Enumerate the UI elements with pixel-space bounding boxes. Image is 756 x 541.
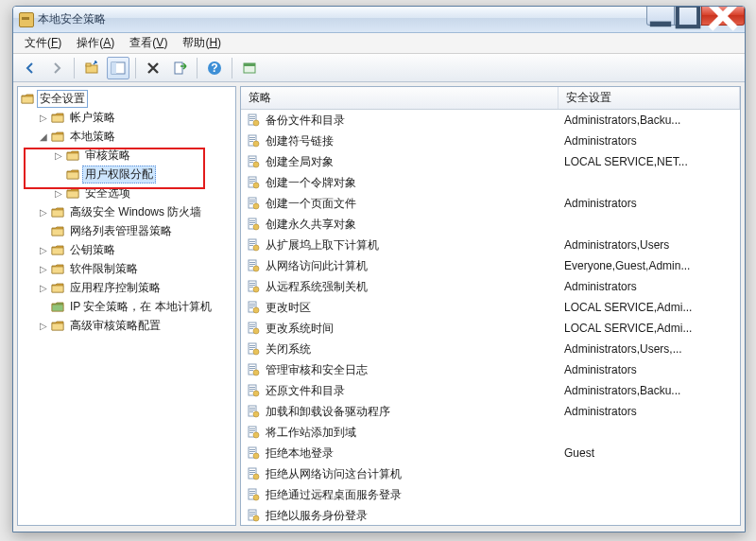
expand-icon[interactable]: ▷	[52, 188, 65, 199]
tree-item[interactable]: ◢本地策略	[18, 127, 235, 146]
tree-pane[interactable]: 安全设置▷帐户策略◢本地策略▷审核策略 用户权限分配▷安全选项▷高级安全 Win…	[17, 86, 236, 526]
svg-rect-62	[249, 266, 253, 267]
expand-icon[interactable]: ▷	[52, 150, 65, 161]
svg-rect-100	[249, 428, 255, 429]
cell-setting: Everyone,Guest,Admin...	[558, 259, 740, 272]
menu-file[interactable]: 文件(F)	[17, 33, 69, 53]
list-header: 策略 安全设置	[241, 87, 740, 110]
list-row[interactable]: 创建永久共享对象	[241, 214, 740, 235]
list-row[interactable]: 将工作站添加到域	[241, 422, 740, 443]
policy-label: 还原文件和目录	[266, 383, 345, 399]
titlebar[interactable]: 本地安全策略	[13, 7, 745, 33]
close-button[interactable]	[701, 7, 745, 26]
svg-rect-6	[175, 62, 182, 74]
help-button[interactable]: ?	[203, 57, 226, 79]
tree-item[interactable]: ▷帐户策略	[18, 108, 235, 127]
cell-policy: 更改系统时间	[241, 321, 558, 337]
expand-icon[interactable]: ◢	[37, 131, 50, 142]
tree-item[interactable]: ▷应用程序控制策略	[18, 278, 235, 297]
policy-icon	[247, 426, 262, 439]
menu-action[interactable]: 操作(A)	[69, 33, 122, 53]
list-row[interactable]: 更改时区LOCAL SERVICE,Admi...	[241, 297, 740, 318]
tree-item[interactable]: ▷安全选项	[18, 183, 235, 202]
menu-view[interactable]: 查看(V)	[122, 33, 175, 53]
tree-item[interactable]: ▷审核策略	[18, 146, 235, 165]
back-button[interactable]	[19, 57, 42, 79]
list-row[interactable]: 拒绝以服务身份登录	[241, 505, 740, 526]
delete-button[interactable]	[142, 57, 164, 79]
svg-rect-86	[249, 368, 255, 369]
svg-point-63	[253, 266, 259, 271]
tree-root[interactable]: 安全设置	[18, 89, 235, 108]
list-row[interactable]: 拒绝通过远程桌面服务登录	[241, 484, 740, 505]
svg-rect-13	[52, 134, 63, 141]
svg-rect-27	[249, 120, 253, 121]
list-pane[interactable]: 策略 安全设置 备份文件和目录Administrators,Backu...创建…	[240, 86, 741, 526]
show-hide-tree-button[interactable]	[107, 57, 129, 79]
expand-icon[interactable]: ▷	[37, 207, 50, 218]
list-row[interactable]: 备份文件和目录Administrators,Backu...	[241, 110, 740, 131]
list-row[interactable]: 创建一个令牌对象	[241, 172, 740, 193]
cell-setting: LOCAL SERVICE,NET...	[558, 155, 740, 168]
cell-policy: 拒绝以服务身份登录	[241, 508, 558, 524]
tree-item-label: 高级安全 Windows 防火墙	[67, 203, 204, 221]
svg-rect-85	[249, 366, 255, 367]
policy-label: 更改时区	[266, 300, 311, 316]
up-button[interactable]	[80, 57, 103, 79]
tree-item[interactable]: ▷公钥策略	[18, 240, 235, 259]
list-row[interactable]: 创建全局对象LOCAL SERVICE,NET...	[241, 151, 740, 172]
svg-point-108	[253, 453, 259, 459]
cell-setting: LOCAL SERVICE,Admi...	[558, 301, 740, 314]
expand-icon[interactable]: ▷	[37, 113, 50, 123]
expand-icon[interactable]: ▷	[37, 321, 50, 331]
list-row[interactable]: 拒绝本地登录Guest	[241, 443, 740, 463]
expand-icon[interactable]: ▷	[37, 264, 50, 274]
policy-icon	[247, 509, 262, 522]
policy-label: 加载和卸载设备驱动程序	[266, 404, 390, 420]
list-row[interactable]: 创建符号链接Administrators	[241, 131, 740, 151]
tree-item[interactable]: ▷高级审核策略配置	[18, 316, 235, 335]
properties-button[interactable]	[238, 57, 261, 79]
list-row[interactable]: 拒绝从网络访问这台计算机	[241, 463, 740, 484]
svg-point-98	[253, 411, 259, 417]
cell-policy: 拒绝本地登录	[241, 445, 558, 462]
minimize-button[interactable]	[646, 7, 675, 26]
list-row[interactable]: 从网络访问此计算机Everyone,Guest,Admin...	[241, 255, 740, 276]
list-row[interactable]: 加载和卸载设备驱动程序Administrators	[241, 401, 740, 422]
policy-icon	[247, 446, 262, 460]
list-row[interactable]: 更改系统时间LOCAL SERVICE,Admi...	[241, 318, 740, 339]
menu-help[interactable]: 帮助(H)	[175, 33, 229, 53]
app-window: 本地安全策略 文件(F) 操作(A) 查看(V) 帮助(H) ? 安全设置▷帐户…	[12, 6, 746, 532]
svg-rect-67	[249, 287, 253, 288]
list-row[interactable]: 关闭系统Administrators,Users,...	[241, 339, 740, 359]
expand-icon[interactable]	[52, 169, 65, 180]
svg-rect-92	[249, 391, 253, 392]
tree-item[interactable]: 网络列表管理器策略	[18, 221, 235, 240]
svg-rect-21	[52, 286, 63, 292]
cell-policy: 创建一个页面文件	[241, 196, 558, 212]
list-row[interactable]: 管理审核和安全日志Administrators	[241, 359, 740, 380]
maximize-button[interactable]	[674, 7, 702, 26]
tree-item[interactable]: 用户权限分配	[18, 165, 235, 183]
svg-rect-41	[249, 181, 255, 182]
svg-rect-11	[22, 96, 33, 103]
expand-icon[interactable]	[37, 302, 50, 312]
forward-button[interactable]	[45, 57, 68, 79]
column-setting[interactable]: 安全设置	[558, 87, 740, 109]
list-row[interactable]: 从远程系统强制关机Administrators	[241, 276, 740, 297]
list-row[interactable]: 还原文件和目录Administrators,Backu...	[241, 380, 740, 401]
policy-icon	[247, 134, 262, 148]
folder-icon	[50, 111, 65, 124]
policy-label: 拒绝从网络访问这台计算机	[266, 466, 402, 482]
list-row[interactable]: 从扩展坞上取下计算机Administrators,Users	[241, 235, 740, 255]
tree-item[interactable]: ▷高级安全 Windows 防火墙	[18, 202, 235, 221]
tree-item[interactable]: ▷软件限制策略	[18, 259, 235, 278]
cell-policy: 创建一个令牌对象	[241, 175, 558, 191]
expand-icon[interactable]: ▷	[37, 245, 50, 255]
tree-item[interactable]: IP 安全策略，在 本地计算机	[18, 297, 235, 316]
expand-icon[interactable]: ▷	[37, 283, 50, 293]
list-row[interactable]: 创建一个页面文件Administrators	[241, 193, 740, 214]
column-policy[interactable]: 策略	[241, 87, 558, 109]
export-button[interactable]	[168, 57, 191, 79]
expand-icon[interactable]	[37, 226, 50, 236]
